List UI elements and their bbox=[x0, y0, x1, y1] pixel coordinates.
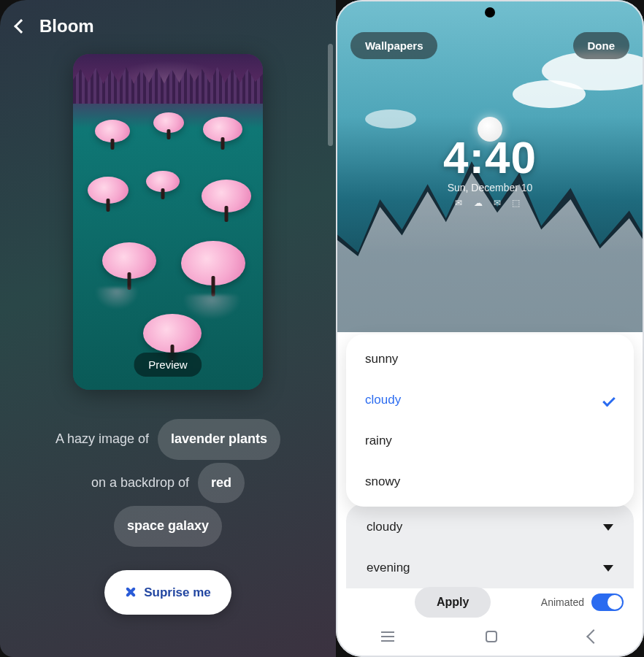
home-icon[interactable] bbox=[486, 631, 497, 642]
apply-button[interactable]: Apply bbox=[415, 587, 491, 618]
wallpaper-preview[interactable]: Preview bbox=[73, 54, 263, 390]
tree-art bbox=[102, 242, 156, 293]
chip-scene[interactable]: space galaxy bbox=[114, 506, 222, 547]
scrollbar[interactable] bbox=[328, 44, 333, 146]
chip-color[interactable]: red bbox=[198, 463, 245, 504]
camera-notch bbox=[485, 7, 495, 18]
weather-menu-sheet: sunny cloudy rainy snowy bbox=[346, 334, 634, 507]
reflection-art bbox=[95, 288, 139, 310]
android-navbar bbox=[336, 622, 644, 651]
notification-icons: ✉ ☁ ✉ ⬚ bbox=[336, 198, 644, 208]
tree-art bbox=[202, 180, 251, 225]
tree-art bbox=[95, 120, 130, 152]
reflection-art bbox=[183, 295, 241, 320]
recents-icon[interactable] bbox=[381, 631, 394, 642]
chip-subject[interactable]: lavender plants bbox=[158, 419, 280, 460]
weather-select[interactable]: cloudy bbox=[346, 507, 634, 548]
weather-option-sunny[interactable]: sunny bbox=[346, 339, 634, 380]
sparkle-icon bbox=[125, 586, 137, 598]
clock-time: 4:40 bbox=[336, 131, 644, 183]
tree-art bbox=[203, 117, 242, 152]
animated-label: Animated bbox=[541, 596, 584, 608]
preview-button[interactable]: Preview bbox=[134, 353, 202, 377]
tree-art bbox=[181, 241, 245, 301]
option-label: sunny bbox=[365, 352, 398, 366]
time-select[interactable]: evening bbox=[346, 548, 634, 588]
page-title: Bloom bbox=[39, 16, 94, 36]
toggle-nub bbox=[607, 595, 622, 610]
surprise-me-button[interactable]: Suprise me bbox=[104, 570, 231, 615]
clock-widget[interactable]: 4:40 Sun, December 10 ✉ ☁ ✉ ⬚ bbox=[336, 131, 644, 208]
cloud-art bbox=[513, 80, 586, 108]
weather-option-cloudy[interactable]: cloudy bbox=[346, 380, 634, 420]
lockscreen-editor-panel: Wallpapers Done 4:40 Sun, December 10 ✉ … bbox=[336, 0, 644, 657]
bloom-panel: Bloom Preview A hazy image of lavender p… bbox=[0, 0, 336, 657]
tree-art bbox=[88, 177, 129, 215]
prompt-text: on a backdrop of bbox=[91, 469, 189, 498]
weather-option-rainy[interactable]: rainy bbox=[346, 420, 634, 461]
lockscreen-wallpaper: Wallpapers Done 4:40 Sun, December 10 ✉ … bbox=[336, 0, 644, 332]
lower-selects: cloudy evening bbox=[346, 504, 634, 588]
surprise-label: Suprise me bbox=[144, 579, 211, 606]
done-button[interactable]: Done bbox=[573, 32, 630, 59]
option-label: snowy bbox=[365, 474, 400, 489]
bloom-header: Bloom bbox=[0, 0, 336, 44]
back-icon[interactable] bbox=[14, 19, 28, 34]
tree-art bbox=[146, 171, 180, 201]
wallpapers-button[interactable]: Wallpapers bbox=[350, 32, 437, 59]
tree-art bbox=[153, 112, 184, 142]
weather-select-value: cloudy bbox=[367, 520, 402, 534]
cloud-art bbox=[365, 110, 416, 128]
animated-toggle-wrap: Animated bbox=[541, 593, 624, 611]
animated-toggle[interactable] bbox=[591, 593, 624, 611]
option-label: rainy bbox=[365, 434, 392, 448]
time-select-value: evening bbox=[367, 561, 410, 575]
weather-option-snowy[interactable]: snowy bbox=[346, 461, 634, 502]
clock-date: Sun, December 10 bbox=[336, 182, 644, 193]
prompt-block: A hazy image of lavender plants on a bac… bbox=[0, 419, 336, 615]
check-icon bbox=[602, 393, 616, 407]
chevron-down-icon bbox=[603, 565, 613, 572]
option-label: cloudy bbox=[365, 393, 401, 407]
chevron-down-icon bbox=[603, 524, 613, 531]
footer-bar: Apply Animated bbox=[346, 587, 634, 618]
back-icon[interactable] bbox=[586, 629, 601, 644]
prompt-text: A hazy image of bbox=[55, 425, 149, 454]
